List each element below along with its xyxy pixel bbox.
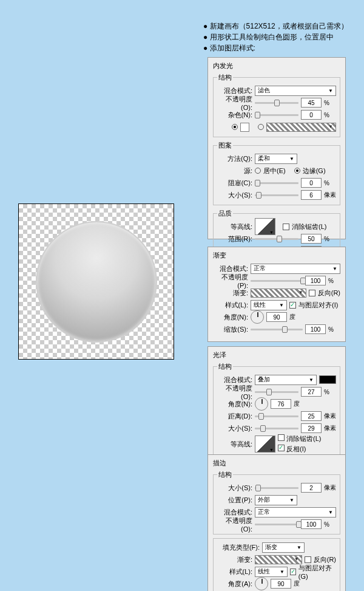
size-label: 大小(S): xyxy=(217,483,252,493)
panel-title: 光泽 xyxy=(213,350,340,360)
noise-label: 杂色(N): xyxy=(217,111,252,120)
style-label: 样式(L): xyxy=(213,301,248,310)
range-label: 范围(R): xyxy=(217,234,252,244)
size-label: 大小(S): xyxy=(217,191,252,200)
contour-label: 等高线: xyxy=(217,222,252,231)
size-slider[interactable] xyxy=(255,194,298,196)
scale-label: 缩放(S): xyxy=(213,325,248,334)
color-radio[interactable] xyxy=(232,124,238,130)
opacity-label: 不透明度(P): xyxy=(213,273,248,289)
glow-gradient-select[interactable] xyxy=(266,123,336,132)
canvas-preview xyxy=(18,203,174,360)
angle-dial[interactable] xyxy=(255,397,268,411)
angle-label: 角度(A): xyxy=(217,579,252,589)
contour-select[interactable] xyxy=(255,218,275,235)
choke-slider[interactable] xyxy=(255,182,298,184)
satin-color-swatch[interactable] xyxy=(319,375,336,384)
legend-elements: 图案 xyxy=(217,141,233,150)
angle-input[interactable] xyxy=(266,312,287,322)
blend-mode-label: 混合模式: xyxy=(217,508,252,517)
opacity-label: 不透明度(O): xyxy=(217,384,252,400)
contour-select[interactable] xyxy=(255,436,275,453)
gradient-label: 渐变: xyxy=(213,289,248,298)
method-select[interactable]: 柔和 xyxy=(255,154,297,164)
source-edge-radio[interactable] xyxy=(294,168,300,174)
angle-dial[interactable] xyxy=(255,577,268,590)
style-select[interactable]: 线性 xyxy=(251,300,287,310)
panel-stroke: 描边 结构 大小(S): 像素 位置(P): 外部 混合模式: 正常 不透明度(… xyxy=(207,454,346,591)
angle-label: 角度(N): xyxy=(213,313,248,322)
size-input[interactable] xyxy=(301,483,322,493)
contour-label: 等高线: xyxy=(217,440,252,449)
choke-input[interactable] xyxy=(301,178,322,188)
blend-mode-label: 混合模式: xyxy=(217,86,252,95)
bullet-2: 用形状工具绘制纯白色圆形，位置居中 xyxy=(203,32,348,43)
reverse-checkbox[interactable] xyxy=(305,556,311,563)
align-checkbox[interactable] xyxy=(289,302,296,309)
opacity-input[interactable] xyxy=(301,519,322,529)
gradient-label: 渐变: xyxy=(217,555,252,564)
gradient-radio[interactable] xyxy=(258,124,264,130)
antialias-checkbox[interactable] xyxy=(283,224,289,230)
position-label: 位置(P): xyxy=(217,496,252,505)
legend-structure: 结构 xyxy=(217,73,233,82)
opacity-slider[interactable] xyxy=(255,524,298,525)
scale-input[interactable] xyxy=(305,324,326,334)
panel-title: 描边 xyxy=(213,459,340,468)
gradient-select[interactable] xyxy=(251,289,306,298)
fill-type-select[interactable]: 渐变 xyxy=(262,542,305,553)
angle-input[interactable] xyxy=(271,399,291,409)
glow-color-swatch[interactable] xyxy=(240,123,249,132)
bullet-1: 新建画布（512X512，或者根据自己需求） xyxy=(203,21,348,32)
opacity-slider[interactable] xyxy=(255,391,298,393)
antialias-checkbox[interactable] xyxy=(278,434,285,441)
angle-input[interactable] xyxy=(271,579,291,589)
legend-quality: 品质 xyxy=(217,209,233,218)
style-label: 样式(L): xyxy=(217,567,252,576)
blend-mode-label: 混合模式: xyxy=(213,264,248,273)
choke-label: 阻塞(C): xyxy=(217,179,252,188)
panel-gradient: 渐变 混合模式: 正常 不透明度(P): % 渐变: 反向(R) 样式(L): … xyxy=(207,247,346,342)
style-select[interactable]: 线性 xyxy=(255,567,288,577)
size-input[interactable] xyxy=(301,190,322,200)
position-select[interactable]: 外部 xyxy=(255,495,297,505)
noise-input[interactable] xyxy=(301,110,322,120)
noise-slider[interactable] xyxy=(255,114,298,116)
gradient-select[interactable] xyxy=(255,555,302,564)
distance-slider[interactable] xyxy=(255,415,298,417)
size-slider[interactable] xyxy=(255,428,298,429)
panel-inner-glow: 内发光 结构 混合模式: 滤色 不透明度(O): % 杂色(N): % 图案 xyxy=(207,57,346,239)
range-slider[interactable] xyxy=(255,238,298,240)
size-label: 大小(S): xyxy=(217,424,252,433)
opacity-input[interactable] xyxy=(305,276,326,285)
blend-mode-select[interactable]: 正常 xyxy=(255,507,336,518)
blend-mode-select[interactable]: 叠加 xyxy=(255,375,317,385)
size-input[interactable] xyxy=(301,423,322,433)
angle-label: 角度(N): xyxy=(217,400,252,409)
opacity-input[interactable] xyxy=(301,98,322,108)
fieldset-structure: 结构 混合模式: 叠加 不透明度(O): % 角度(N): 度 距离(D): 像… xyxy=(213,362,340,458)
opacity-slider[interactable] xyxy=(255,102,298,104)
distance-label: 距离(D): xyxy=(217,412,252,421)
invert-checkbox[interactable] xyxy=(278,445,285,451)
source-center-radio[interactable] xyxy=(255,168,261,174)
fieldset-structure: 结构 混合模式: 滤色 不透明度(O): % 杂色(N): % xyxy=(213,73,340,137)
range-input[interactable] xyxy=(301,234,322,244)
sphere-shape xyxy=(36,221,157,343)
opacity-input[interactable] xyxy=(301,387,322,397)
size-slider[interactable] xyxy=(255,487,298,489)
blend-mode-select[interactable]: 滤色 xyxy=(255,86,336,96)
panel-title: 内发光 xyxy=(213,61,340,70)
blend-mode-select[interactable]: 正常 xyxy=(251,264,340,274)
opacity-label: 不透明度(O): xyxy=(217,516,252,533)
legend-structure: 结构 xyxy=(217,470,233,479)
distance-input[interactable] xyxy=(301,411,322,421)
instruction-list: 新建画布（512X512，或者根据自己需求） 用形状工具绘制纯白色圆形，位置居中… xyxy=(203,21,348,53)
opacity-slider[interactable] xyxy=(251,280,303,282)
scale-slider[interactable] xyxy=(251,329,303,330)
fieldset-elements: 图案 方法(Q): 柔和 源: 居中(E) 边缘(G) 阻塞(C): % 大小(… xyxy=(213,141,340,205)
reverse-checkbox[interactable] xyxy=(309,290,315,296)
align-checkbox[interactable] xyxy=(290,569,296,575)
angle-dial[interactable] xyxy=(251,310,264,324)
bullet-3: 添加图层样式: xyxy=(203,43,348,53)
